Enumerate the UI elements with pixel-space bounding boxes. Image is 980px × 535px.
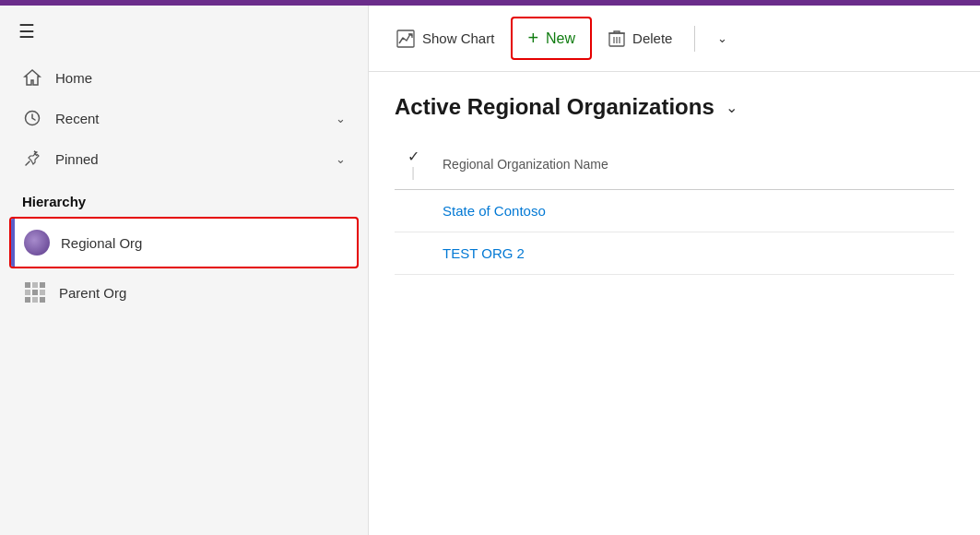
regional-org-icon — [24, 230, 50, 256]
new-button[interactable]: + New — [514, 20, 588, 56]
main-content: Show Chart + New — [369, 6, 980, 535]
show-chart-button[interactable]: Show Chart — [384, 22, 507, 55]
trash-icon — [608, 30, 625, 48]
delete-button[interactable]: Delete — [596, 22, 685, 55]
hierarchy-item-regional-org[interactable]: Regional Org — [9, 217, 359, 268]
view-header: Active Regional Organizations ⌄ — [395, 94, 954, 120]
recent-label: Recent — [55, 111, 323, 126]
table-row[interactable]: State of Contoso — [395, 190, 954, 232]
svg-rect-3 — [40, 282, 45, 288]
column-name-header: Regional Organization Name — [431, 138, 954, 190]
delete-label: Delete — [632, 30, 672, 46]
view-chevron-icon[interactable]: ⌄ — [726, 99, 738, 116]
table-header-row: ✓ | Regional Organization Name — [395, 138, 954, 190]
show-chart-label: Show Chart — [422, 30, 494, 46]
toolbar-divider — [694, 26, 695, 52]
new-btn-highlight: + New — [511, 17, 592, 60]
chart-icon — [396, 30, 415, 48]
row1-name-cell[interactable]: State of Contoso — [431, 190, 954, 232]
hamburger-icon[interactable]: ☰ — [18, 22, 35, 41]
new-label: New — [546, 30, 575, 47]
sidebar-item-pinned[interactable]: Pinned ⌄ — [9, 138, 359, 179]
toolbar: Show Chart + New — [369, 6, 980, 72]
recent-icon — [22, 109, 42, 127]
hierarchy-item-parent-org[interactable]: Parent Org — [9, 268, 359, 316]
home-icon — [22, 68, 42, 87]
sidebar-nav: Home Recent ⌄ — [0, 57, 368, 179]
parent-org-label: Parent Org — [59, 285, 126, 301]
sidebar-item-home[interactable]: Home — [9, 57, 359, 98]
more-options-button[interactable]: ⌄ — [704, 24, 740, 53]
data-table: ✓ | Regional Organization Name State of … — [395, 138, 954, 275]
svg-rect-8 — [32, 297, 38, 303]
content-area: Active Regional Organizations ⌄ ✓ | Regi… — [369, 72, 980, 535]
pinned-label: Pinned — [55, 151, 323, 167]
svg-rect-9 — [40, 297, 45, 303]
svg-rect-10 — [397, 30, 414, 47]
view-title: Active Regional Organizations — [395, 94, 714, 120]
home-label: Home — [55, 70, 346, 86]
recent-chevron-icon: ⌄ — [336, 112, 346, 125]
parent-org-icon — [22, 279, 48, 305]
row1-check-cell — [395, 190, 431, 232]
sidebar-item-recent[interactable]: Recent ⌄ — [9, 98, 359, 138]
hierarchy-section-title: Hierarchy — [0, 179, 368, 217]
check-icon: ✓ — [407, 149, 419, 164]
pinned-icon — [22, 149, 42, 168]
table-row[interactable]: TEST ORG 2 — [395, 232, 954, 275]
column-check: ✓ | — [395, 138, 431, 190]
sidebar-header: ☰ — [0, 6, 368, 57]
svg-rect-7 — [25, 297, 30, 303]
regional-org-label: Regional Org — [61, 235, 142, 251]
active-accent — [11, 219, 15, 267]
pinned-chevron-icon: ⌄ — [336, 152, 346, 166]
row2-check-cell — [395, 232, 431, 275]
svg-rect-4 — [25, 290, 30, 295]
plus-icon: + — [527, 28, 538, 49]
header-separator: | — [411, 165, 415, 180]
svg-rect-5 — [32, 290, 38, 295]
row2-name-cell[interactable]: TEST ORG 2 — [431, 232, 954, 275]
sidebar: ☰ Home Recent — [0, 6, 369, 535]
svg-rect-1 — [25, 282, 30, 288]
svg-rect-2 — [32, 282, 38, 288]
svg-rect-6 — [40, 290, 45, 295]
more-chevron-icon: ⌄ — [717, 31, 727, 45]
hierarchy-items: Regional Org — [0, 217, 368, 316]
